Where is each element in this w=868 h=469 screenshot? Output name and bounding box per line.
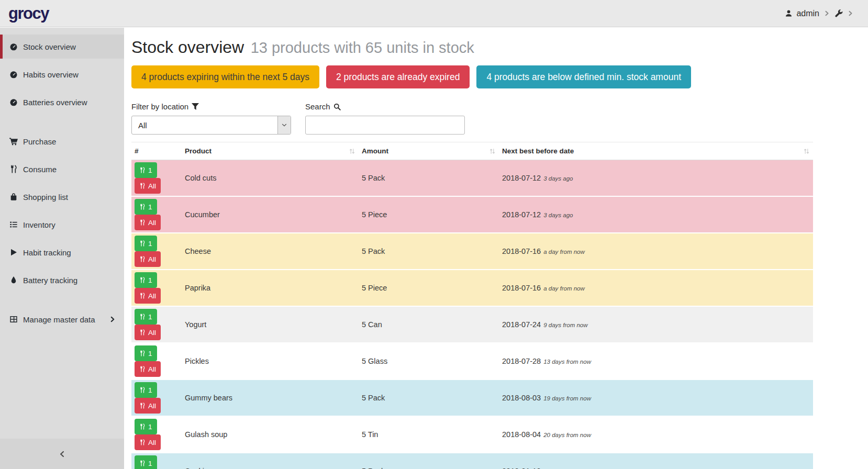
gauge-icon	[9, 98, 18, 106]
status-banner[interactable]: 4 products are below defined min. stock …	[476, 65, 691, 88]
consume-all-button[interactable]: All	[135, 361, 161, 377]
consume-all-button[interactable]: All	[135, 398, 161, 414]
sidebar-item-shopping-list[interactable]: Shopping list	[0, 185, 124, 209]
sidebar-item-inventory[interactable]: Inventory	[0, 213, 124, 237]
consume-all-button[interactable]: All	[135, 215, 161, 230]
consume-one-button[interactable]: 1	[135, 382, 157, 398]
consume-one-button[interactable]: 1	[135, 272, 157, 288]
consume-one-button[interactable]: 1	[135, 419, 157, 434]
select-dropdown-button[interactable]	[277, 116, 291, 134]
chevron-right-icon	[824, 10, 830, 16]
table-row: 1 All Yogurt 5 Can 2018-07-249 days from…	[131, 307, 813, 343]
top-navbar: grocy admin	[0, 0, 868, 27]
amount-value: 5 Piece	[362, 210, 387, 219]
chevron-down-icon	[282, 122, 287, 128]
sort-icon[interactable]	[489, 148, 496, 155]
consume-all-button[interactable]: All	[135, 325, 161, 340]
best-before-date: 2018-08-04	[502, 430, 541, 439]
product-name: Cucumber	[185, 210, 220, 219]
sidebar-item-stock-overview[interactable]: Stock overview	[0, 35, 124, 59]
shopping-bag-icon	[9, 193, 18, 201]
chevron-right-icon	[848, 10, 853, 16]
sidebar-item-consume[interactable]: Consume	[0, 157, 124, 181]
sidebar-items: Stock overview Habits overview Batteries…	[0, 28, 124, 331]
cutlery-icon	[139, 293, 146, 299]
sidebar-collapse-button[interactable]	[0, 439, 124, 469]
table-row: 1 All Gummy bears 5 Pack 2018-08-0319 da…	[131, 380, 813, 417]
best-before-relative: 19 days from now	[543, 395, 591, 401]
best-before-date: 2018-07-12	[502, 174, 541, 182]
best-before-relative: 20 days from now	[543, 432, 591, 438]
consume-one-button[interactable]: 1	[135, 162, 157, 178]
list-icon	[9, 220, 18, 229]
amount-value: 5 Pack	[362, 467, 385, 469]
page-title: Stock overview	[131, 38, 244, 57]
table-icon	[9, 315, 18, 323]
column-header-amount[interactable]: Amount	[359, 142, 499, 160]
sidebar-item-purchase[interactable]: Purchase	[0, 129, 124, 153]
product-name: Gulash soup	[185, 430, 227, 439]
consume-one-button[interactable]: 1	[135, 199, 157, 215]
best-before-date: 2019-01-10	[502, 467, 541, 469]
cutlery-icon	[139, 350, 146, 356]
sidebar-item-label: Batteries overview	[23, 98, 87, 107]
cutlery-icon	[139, 460, 146, 466]
sort-icon[interactable]	[803, 148, 810, 155]
user-menu[interactable]: admin	[785, 9, 830, 18]
column-header-number[interactable]: #	[131, 142, 182, 160]
table-row: 1 All Cheese 5 Pack 2018-07-16a day from…	[131, 233, 813, 270]
consume-all-button[interactable]: All	[135, 251, 161, 267]
drop-icon	[9, 276, 18, 284]
settings-menu[interactable]	[834, 9, 853, 18]
product-name: Paprika	[185, 284, 210, 292]
sidebar-item-label: Battery tracking	[23, 276, 77, 285]
location-filter-select[interactable]: All	[131, 116, 291, 135]
gauge-icon	[9, 42, 18, 51]
status-banner[interactable]: 4 products expiring within the next 5 da…	[131, 65, 319, 88]
cutlery-icon	[9, 165, 18, 173]
search-icon	[333, 103, 341, 110]
sidebar-item-label: Habit tracking	[23, 248, 71, 257]
user-label: admin	[796, 9, 819, 18]
best-before-relative: 3 days ago	[543, 212, 573, 218]
sidebar-item-habits-overview[interactable]: Habits overview	[0, 62, 124, 86]
cart-icon	[9, 137, 18, 146]
column-header-product[interactable]: Product	[182, 142, 359, 160]
product-name: Cookies	[185, 467, 212, 469]
sidebar-item-manage-master-data[interactable]: Manage master data	[0, 307, 124, 331]
product-name: Pickles	[185, 357, 209, 365]
amount-value: 5 Pack	[362, 394, 385, 402]
search-input[interactable]	[305, 116, 465, 135]
cutlery-icon	[139, 423, 146, 430]
sort-icon[interactable]	[349, 148, 355, 155]
consume-one-button[interactable]: 1	[135, 309, 157, 325]
product-name: Yogurt	[185, 320, 206, 329]
consume-all-button[interactable]: All	[135, 178, 161, 194]
cutlery-icon	[139, 387, 146, 393]
sidebar-item-label: Shopping list	[23, 193, 68, 202]
search-label: Search	[305, 102, 330, 111]
sidebar-item-batteries-overview[interactable]: Batteries overview	[0, 90, 124, 114]
best-before-date: 2018-07-16	[502, 247, 541, 255]
chevron-left-icon	[59, 451, 65, 457]
consume-all-button[interactable]: All	[135, 434, 161, 450]
best-before-date: 2018-07-12	[502, 210, 541, 219]
best-before-relative: a day from now	[543, 285, 585, 292]
amount-value: 5 Pack	[362, 247, 385, 255]
consume-one-button[interactable]: 1	[135, 236, 157, 251]
wrench-icon	[834, 9, 843, 18]
app-logo[interactable]: grocy	[8, 4, 49, 23]
play-icon	[9, 248, 18, 256]
column-header-next-best-before-date[interactable]: Next best before date	[499, 142, 813, 160]
cutlery-icon	[139, 240, 146, 247]
stock-table: # Product Amount Next best before date	[131, 142, 813, 469]
consume-one-button[interactable]: 1	[135, 345, 157, 361]
consume-all-button[interactable]: All	[135, 288, 161, 304]
best-before-relative: 13 days from now	[543, 359, 591, 365]
status-banner[interactable]: 2 products are already expired	[326, 65, 470, 88]
sidebar-item-battery-tracking[interactable]: Battery tracking	[0, 268, 124, 292]
sidebar-item-label: Purchase	[23, 137, 56, 146]
cutlery-icon	[139, 277, 146, 283]
consume-one-button[interactable]: 1	[135, 455, 157, 469]
sidebar-item-habit-tracking[interactable]: Habit tracking	[0, 240, 124, 264]
